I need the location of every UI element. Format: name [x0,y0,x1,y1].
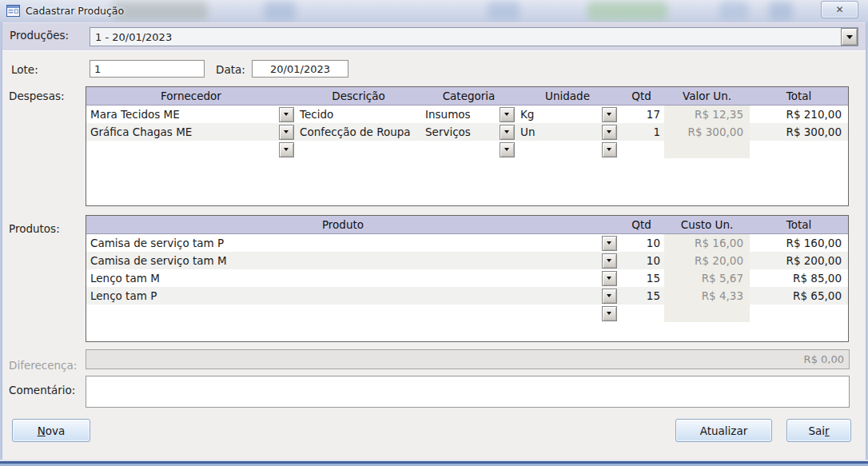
produtos-row[interactable]: Camisa de serviço tam M 10 R$ 20,00 R$ 2… [86,252,848,269]
diferecenca-field: R$ 0,00 [86,349,850,369]
chevron-down-icon[interactable] [279,142,294,157]
produtos-new-row[interactable] [86,305,848,322]
produto-cell[interactable]: Lenço tam P [86,289,599,302]
chevron-down-icon[interactable] [279,107,294,122]
title-bar[interactable]: Cadastrar Produção ✕ [0,0,868,23]
chevron-down-icon[interactable] [602,253,617,269]
categoria-cell[interactable]: Insumos [421,108,497,121]
producoes-label: Produções: [10,29,69,42]
col-header-qtd: Qtd [619,90,664,102]
fornecedor-dropdown-button[interactable] [277,125,296,140]
total-cell: R$ 300,00 [750,125,848,138]
nova-button[interactable]: Nova [12,419,90,442]
qtd-cell[interactable]: 10 [619,237,664,249]
produto-dropdown-button[interactable] [599,271,619,286]
produtos-label: Produtos: [9,222,60,235]
valor-un-cell: R$ 300,00 [664,123,750,141]
qtd-cell[interactable]: 15 [619,272,664,285]
custo-un-cell: R$ 5,67 [664,269,750,287]
fornecedor-cell[interactable]: Mara Tecidos ME [86,108,277,121]
col-header-total: Total [750,218,848,231]
produtos-header-row: Produto Qtd Custo Un. Total [86,216,848,234]
window-border-bottom [0,460,868,466]
close-icon: ✕ [835,5,843,14]
sair-button[interactable]: Sair [786,419,851,442]
fornecedor-dropdown-button[interactable] [277,107,296,122]
produtos-row[interactable]: Lenço tam P 15 R$ 4,33 R$ 65,00 [86,287,848,305]
categoria-dropdown-button[interactable] [497,142,516,157]
col-header-produto: Produto [86,218,599,231]
qtd-cell[interactable]: 1 [619,125,664,138]
chevron-down-icon[interactable] [602,271,617,286]
col-header-fornecedor: Fornecedor [86,90,296,102]
unidade-cell[interactable]: Un [516,125,599,138]
close-button[interactable]: ✕ [821,1,858,18]
total-cell: R$ 65,00 [750,289,848,302]
col-header-categoria: Categoria [421,90,516,102]
glass-smudge [769,2,793,21]
atualizar-button[interactable]: Atualizar [675,419,772,442]
chevron-down-icon[interactable] [500,142,515,157]
produto-cell[interactable]: Camisa de serviço tam P [86,237,599,249]
total-cell: R$ 85,00 [750,272,848,285]
app-window: Cadastrar Produção ✕ Produções: 1 - 20/0… [0,0,868,466]
fornecedor-dropdown-button[interactable] [277,142,296,157]
diferecenca-label: Diferecença: [9,359,77,372]
qtd-cell[interactable]: 10 [619,254,664,267]
comentario-textarea[interactable] [86,376,850,408]
chevron-down-icon[interactable] [500,125,515,140]
categoria-cell[interactable]: Serviços [421,125,497,138]
unidade-dropdown-button[interactable] [599,142,619,157]
chevron-down-icon[interactable] [602,125,617,140]
comentario-label: Comentário: [9,384,75,396]
descricao-cell[interactable]: Confecção de Roupa [296,125,421,138]
produto-cell[interactable]: Camisa de serviço tam M [86,254,599,267]
custo-un-cell: R$ 4,33 [664,287,750,305]
unidade-dropdown-button[interactable] [599,107,619,122]
glass-smudge [719,2,748,21]
descricao-cell[interactable]: Tecido [296,108,421,121]
chevron-down-icon[interactable] [500,107,515,122]
col-header-descricao: Descrição [296,90,421,102]
despesas-header-row: Fornecedor Descrição Categoria Unidade Q… [86,87,848,106]
despesas-row[interactable]: Mara Tecidos ME Tecido Insumos Kg 17 R$ … [86,106,848,123]
valor-un-cell: R$ 12,35 [664,106,750,123]
chevron-down-icon[interactable] [602,142,617,157]
qtd-cell[interactable]: 15 [619,289,664,302]
lote-input[interactable] [90,60,205,78]
window-form-icon [6,5,20,17]
produto-dropdown-button[interactable] [599,236,619,251]
despesas-row[interactable]: Gráfica Chagas ME Confecção de Roupa Ser… [86,123,848,141]
categoria-dropdown-button[interactable] [497,107,516,122]
despesas-new-row[interactable] [86,141,848,158]
produto-dropdown-button[interactable] [599,306,619,321]
total-cell: R$ 200,00 [750,254,848,267]
produto-dropdown-button[interactable] [599,289,619,304]
produtos-row[interactable]: Lenço tam M 15 R$ 5,67 R$ 85,00 [86,269,848,287]
chevron-down-icon[interactable] [602,306,617,321]
glass-smudge [112,2,208,21]
col-header-qtd: Qtd [619,218,664,231]
produto-dropdown-button[interactable] [599,253,619,269]
chevron-down-icon[interactable] [602,236,617,251]
unidade-dropdown-button[interactable] [599,125,619,140]
chevron-down-icon[interactable] [602,107,617,122]
data-input[interactable] [252,60,348,78]
fornecedor-cell[interactable]: Gráfica Chagas ME [86,125,277,138]
custo-un-cell: R$ 16,00 [664,234,750,252]
custo-un-cell-empty [664,305,750,322]
produtos-row[interactable]: Camisa de serviço tam P 10 R$ 16,00 R$ 1… [86,234,848,252]
total-cell: R$ 210,00 [750,108,848,121]
produto-cell[interactable]: Lenço tam M [86,272,599,285]
chevron-down-icon[interactable] [602,289,617,304]
unidade-cell[interactable]: Kg [516,108,599,121]
chevron-down-icon[interactable] [279,125,294,140]
col-header-total: Total [750,90,848,102]
glass-smudge [488,2,520,21]
qtd-cell[interactable]: 17 [619,108,664,121]
chevron-down-icon[interactable] [841,28,858,46]
producoes-combobox[interactable]: 1 - 20/01/2023 [90,27,858,46]
window-title: Cadastrar Produção [26,5,124,17]
categoria-dropdown-button[interactable] [497,125,516,140]
data-label: Data: [216,63,245,76]
